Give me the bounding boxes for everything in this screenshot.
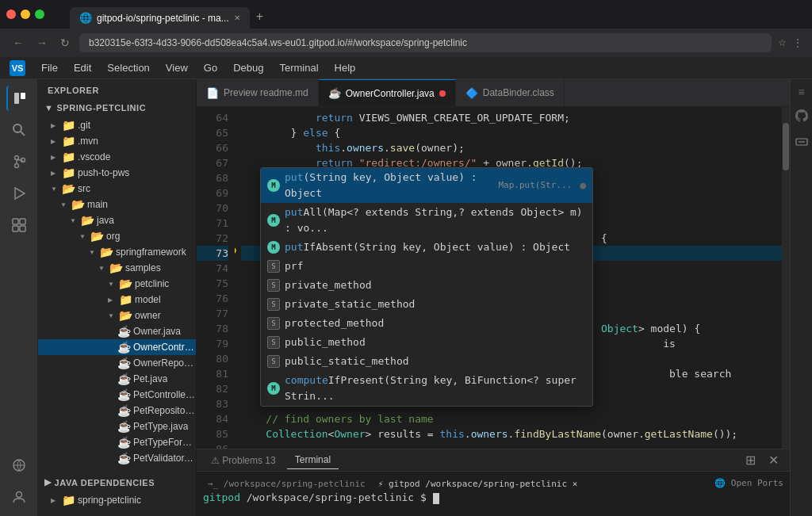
ac-item-putall[interactable]: M putAll(Map<? extends String,? extends … [261,203,592,238]
menu-help[interactable]: Help [328,60,362,75]
minimap-icon[interactable]: ≡ [795,82,807,101]
tree-item-git[interactable]: ▶ 📁 .git [38,117,196,133]
maximize-button[interactable] [35,10,44,19]
menu-selection[interactable]: Selection [101,60,155,75]
ac-method-icon-put: M [267,179,280,192]
extensions-icon[interactable]: ⋮ [793,37,802,48]
menu-view[interactable]: View [159,60,194,75]
open-ports-btn[interactable]: 🌐 Open Ports [714,478,783,490]
tree-item-pet-java[interactable]: ☕ Pet.java [38,371,196,387]
ac-item-put[interactable]: M put(String key, Object value) : Object… [261,168,592,203]
tree-item-org[interactable]: ▼ 📂 org [38,228,196,244]
github-icon[interactable] [792,106,811,128]
panel-split-icon[interactable]: ⊞ [741,453,760,468]
code-editor[interactable]: 64 65 66 67 68 69 70 71 72 73 74 75 76 7… [197,107,790,449]
folder-main-icon: 📂 [71,198,84,211]
tree-label-springframework: springframework [116,247,186,258]
activity-explorer-icon[interactable] [6,86,32,111]
tab-preview-readme[interactable]: 📄 Preview readme.md [197,79,319,107]
ac-item-protected-method[interactable]: S protected_method [261,314,592,333]
terminal-session-active[interactable]: ⚡ gitpod /workspace/spring-petclinic × [373,478,583,490]
menu-go[interactable]: Go [197,60,224,75]
menu-edit[interactable]: Edit [67,60,98,75]
ac-snippet-icon-protected: S [267,317,280,330]
vscode-logo: VS [10,60,25,76]
lightbulb-icon[interactable]: 💡 [235,246,239,261]
autocomplete-popup[interactable]: M put(String key, Object value) : Object… [260,167,593,407]
tree-item-petvalidator[interactable]: ☕ PetValidator.java [38,450,196,466]
minimize-button[interactable] [21,10,30,19]
activity-debug-icon[interactable] [6,181,32,206]
folder-git-icon: 📁 [62,119,75,132]
activity-search-icon[interactable] [6,117,32,143]
tree-label-vscode: .vscode [78,151,110,162]
ac-item-computeifpresent[interactable]: M computeIfPresent(String key, BiFunctio… [261,371,592,406]
activity-account-icon[interactable] [6,484,32,510]
panel-tabs: ⚠ Problems 13 Terminal ⊞ ✕ [197,449,790,472]
tree-item-ownercontroller[interactable]: ☕ OwnerController.java [38,339,196,355]
tree-item-owner-folder[interactable]: ▼ 📂 owner [38,308,196,323]
tree-item-petrepo[interactable]: ☕ PetRepository.java [38,403,196,419]
menu-terminal[interactable]: Terminal [273,60,324,75]
ac-item-putifabsent[interactable]: M putIfAbsent(String key, Object value) … [261,238,592,257]
scrollbar-vertical[interactable] [782,107,790,449]
tree-item-samples[interactable]: ▼ 📂 samples [38,260,196,276]
ac-item-public-method[interactable]: S public_method [261,333,592,352]
ac-item-public-static-method[interactable]: S public_static_method [261,352,592,371]
project-section-header[interactable]: ▼ SPRING-PETCLINIC [38,98,196,117]
menu-file[interactable]: File [35,60,64,75]
ac-label-computeifpresent: computeIfPresent(String key, BiFunction<… [285,373,586,404]
tree-item-spring-petclinic[interactable]: ▶ 📁 spring-petclinic [38,492,196,508]
url-input[interactable] [79,33,772,52]
tree-item-springframework[interactable]: ▼ 📂 springframework [38,244,196,260]
tree-item-pettype[interactable]: ☕ PetType.java [38,419,196,434]
tree-item-petcontroller[interactable]: ☕ PetController.java [38,387,196,403]
folder-spring-icon: 📁 [62,494,75,506]
back-button[interactable]: ← [10,35,27,51]
window-controls[interactable] [0,0,51,29]
tab-databinder-label: DataBinder.class [483,87,554,98]
panel-tab-terminal[interactable]: Terminal [287,451,339,469]
tree-item-ownerrepo[interactable]: ☕ OwnerRepository.ja... [38,355,196,371]
forward-button[interactable]: → [33,35,51,51]
tab-ownercontroller[interactable]: ☕ OwnerController.java [319,79,456,107]
tree-item-model[interactable]: ▶ 📁 model [38,292,196,308]
tab-databinder[interactable]: 🔷 DataBinder.class [456,79,565,107]
terminal-pane[interactable]: →_ /workspace/spring-petclinic ⚡ gitpod … [203,475,783,513]
reload-button[interactable]: ↻ [57,35,73,51]
browser-tab-active[interactable]: 🌐 gitpod-io/spring-petclinic - ma... ✕ [70,7,250,29]
code-line-84: // find owners by last name [241,411,783,426]
activity-remote-icon[interactable] [6,453,32,478]
tree-label-owner-folder: owner [135,310,161,321]
svg-rect-9 [13,219,18,224]
tree-item-src[interactable]: ▼ 📂 src [38,181,196,197]
java-deps-header[interactable]: ▶ JAVA DEPENDENCIES [38,472,196,492]
new-tab-button[interactable]: + [250,5,270,29]
tab-close-button[interactable]: ✕ [234,13,240,22]
ac-item-prf[interactable]: S prf [261,257,592,276]
tree-item-mvn[interactable]: ▶ 📁 .mvn [38,133,196,149]
panel-close-icon[interactable]: ✕ [764,453,783,468]
ac-item-private-static-method[interactable]: S private_static_method [261,295,592,314]
terminal-session-problems[interactable]: →_ /workspace/spring-petclinic [203,478,370,490]
tree-item-pws[interactable]: ▶ 📁 push-to-pws [38,165,196,181]
tree-item-owner-java[interactable]: ☕ Owner.java [38,323,196,339]
close-button[interactable] [6,10,16,19]
remote-icon[interactable] [792,132,811,154]
terminal-session-tabs: →_ /workspace/spring-petclinic ⚡ gitpod … [203,478,783,490]
tree-item-main[interactable]: ▼ 📂 main [38,197,196,212]
ac-item-private-method[interactable]: S private_method [261,276,592,295]
tree-item-java[interactable]: ▼ 📂 java [38,212,196,228]
tree-item-pettypeformatter[interactable]: ☕ PetTypeFormatter.j... [38,434,196,450]
menu-debug[interactable]: Debug [227,60,270,75]
activity-extensions-icon[interactable] [6,212,32,238]
activity-git-icon[interactable] [6,149,32,174]
scrollbar-thumb[interactable] [783,123,789,170]
panel-tab-problems[interactable]: ⚠ Problems 13 [203,452,284,469]
terminal-cursor [433,493,439,504]
tree-item-vscode[interactable]: ▶ 📁 .vscode [38,149,196,165]
tree-item-petclinic[interactable]: ▼ 📂 petclinic [38,276,196,292]
bookmark-icon[interactable]: ☆ [778,37,787,48]
activity-bar [0,79,38,516]
tree-label-pettypeformatter: PetTypeFormatter.j... [133,437,196,448]
